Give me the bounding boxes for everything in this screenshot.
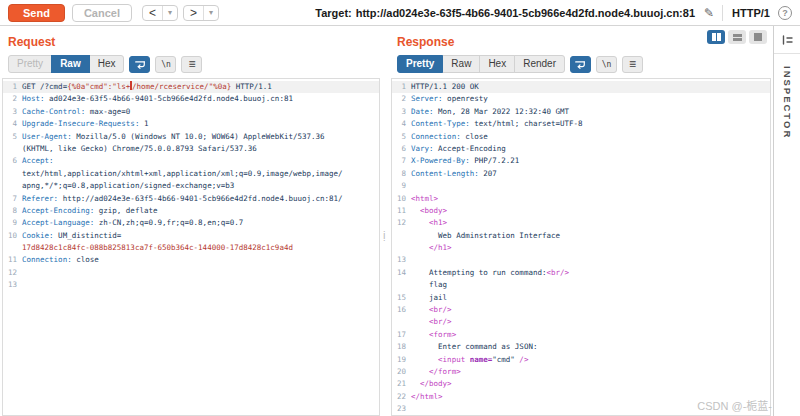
splitter-grip-icon: ⁞⁞ bbox=[383, 234, 386, 240]
help-icon[interactable]: ? bbox=[778, 6, 792, 20]
code-row[interactable]: 5Connection: close bbox=[392, 131, 770, 143]
request-panel-title: Request bbox=[0, 26, 382, 49]
code-row[interactable]: 10<html> bbox=[392, 193, 770, 205]
next-request-chevron-down-icon[interactable]: ▾ bbox=[203, 6, 218, 20]
code-row[interactable]: 5User-Agent: Mozilla/5.0 (Windows NT 10.… bbox=[3, 131, 379, 143]
code-row[interactable]: 1HTTP/1.1 200 OK bbox=[392, 81, 770, 93]
code-row[interactable]: 13 bbox=[3, 279, 379, 291]
code-row[interactable]: 4Upgrade-Insecure-Requests: 1 bbox=[3, 118, 379, 130]
prev-request-button[interactable]: < bbox=[143, 6, 162, 20]
layout-columns-icon[interactable] bbox=[707, 30, 725, 44]
code-row[interactable]: 21 </body> bbox=[392, 378, 770, 390]
code-row[interactable]: 18 Enter command as JSON: bbox=[392, 341, 770, 353]
line-number: 19 bbox=[392, 354, 406, 366]
code-row[interactable]: apng,*/*;q=0.8,application/signed-exchan… bbox=[3, 180, 379, 192]
code-row[interactable]: 3Date: Mon, 28 Mar 2022 12:32:40 GMT bbox=[392, 106, 770, 118]
response-show-newlines-icon[interactable]: \n bbox=[596, 56, 617, 73]
code-row[interactable]: Web Adminstration Interface bbox=[392, 230, 770, 242]
code-row[interactable]: 16 <br/> bbox=[392, 304, 770, 316]
code-row[interactable]: 4Content-Type: text/html; charset=UTF-8 bbox=[392, 118, 770, 130]
send-button[interactable]: Send bbox=[8, 4, 65, 22]
inspector-sidebar[interactable]: INSPECTOR bbox=[773, 26, 800, 416]
code-row[interactable]: flag bbox=[392, 279, 770, 291]
response-editor[interactable]: 1HTTP/1.1 200 OK2Server: openresty3Date:… bbox=[391, 78, 771, 416]
edit-target-pencil-icon[interactable]: ✎ bbox=[704, 6, 714, 20]
code-row[interactable]: 11Connection: close bbox=[3, 254, 379, 266]
code-row[interactable]: 19 <input name="cmd" /> bbox=[392, 354, 770, 366]
request-menu-hamburger-icon[interactable]: ≡ bbox=[181, 56, 202, 73]
request-tab-pretty[interactable]: Pretty bbox=[8, 55, 52, 73]
request-tab-hex[interactable]: Hex bbox=[89, 55, 125, 73]
line-number bbox=[392, 230, 406, 242]
cancel-button[interactable]: Cancel bbox=[72, 4, 132, 22]
code-row[interactable]: 9 bbox=[392, 180, 770, 192]
code-row[interactable]: 20 </form> bbox=[392, 366, 770, 378]
line-number: 4 bbox=[392, 118, 406, 130]
line-number: 3 bbox=[3, 106, 17, 118]
line-number: 7 bbox=[392, 155, 406, 167]
code-row[interactable]: 12 bbox=[3, 267, 379, 279]
line-number: 16 bbox=[392, 304, 406, 316]
next-request-button[interactable]: > bbox=[184, 6, 203, 20]
line-number: 8 bbox=[392, 168, 406, 180]
response-menu-hamburger-icon[interactable]: ≡ bbox=[622, 56, 643, 73]
code-row[interactable]: 6Vary: Accept-Encoding bbox=[392, 143, 770, 155]
response-tab-pretty[interactable]: Pretty bbox=[397, 55, 443, 73]
request-tab-raw[interactable]: Raw bbox=[51, 55, 90, 73]
message-editor-area: Request Pretty Raw Hex \n ≡ 1GET /?cmd={… bbox=[0, 26, 800, 416]
code-row[interactable]: 13 bbox=[392, 254, 770, 266]
line-number: 5 bbox=[392, 131, 406, 143]
code-row[interactable]: 1GET /?cmd={%0a"cmd":"ls+/home/rceservic… bbox=[3, 81, 379, 93]
request-word-wrap-icon[interactable] bbox=[129, 56, 150, 73]
code-row[interactable]: 12 <h1> bbox=[392, 217, 770, 229]
line-number: 9 bbox=[392, 180, 406, 192]
response-tab-render[interactable]: Render bbox=[514, 55, 565, 73]
response-tab-row: Pretty Raw Hex Render \n ≡ bbox=[397, 55, 773, 73]
line-number: 6 bbox=[392, 143, 406, 155]
code-row[interactable]: 10Cookie: UM_distinctid= bbox=[3, 230, 379, 242]
code-row[interactable]: 8Content-Length: 207 bbox=[392, 168, 770, 180]
response-word-wrap-icon[interactable] bbox=[570, 56, 591, 73]
code-row[interactable]: 7Referer: http://ad024e3e-63f5-4b66-9401… bbox=[3, 193, 379, 205]
response-tab-hex[interactable]: Hex bbox=[479, 55, 515, 73]
inspector-collapse-icon[interactable] bbox=[774, 26, 800, 54]
line-number: 5 bbox=[3, 131, 17, 143]
toolbar-divider bbox=[722, 5, 723, 21]
layout-single-icon[interactable] bbox=[749, 30, 767, 44]
line-number: 14 bbox=[392, 267, 406, 279]
code-row[interactable]: 14 Attempting to run command:<br/> bbox=[392, 267, 770, 279]
line-number: 11 bbox=[392, 205, 406, 217]
watermark-text: CSDN @-栀蓝- bbox=[697, 397, 772, 413]
code-row[interactable]: 3Cache-Control: max-age=0 bbox=[3, 106, 379, 118]
code-row[interactable]: <br/> bbox=[392, 316, 770, 328]
code-row[interactable]: text/html,application/xhtml+xml,applicat… bbox=[3, 168, 379, 180]
request-show-newlines-icon[interactable]: \n bbox=[155, 56, 176, 73]
panel-splitter[interactable]: ⁞⁞ bbox=[382, 26, 389, 416]
request-editor[interactable]: 1GET /?cmd={%0a"cmd":"ls+/home/rceservic… bbox=[2, 78, 380, 416]
line-number: 15 bbox=[392, 292, 406, 304]
code-row[interactable]: 11 <body> bbox=[392, 205, 770, 217]
code-row[interactable]: 2Server: openresty bbox=[392, 93, 770, 105]
layout-rows-icon[interactable] bbox=[728, 30, 746, 44]
code-row[interactable]: 7X-Powered-By: PHP/7.2.21 bbox=[392, 155, 770, 167]
code-row[interactable]: 17 <form> bbox=[392, 329, 770, 341]
layout-toggle-group bbox=[704, 30, 767, 44]
code-row[interactable]: 9Accept-Language: zh-CN,zh;q=0.9,fr;q=0.… bbox=[3, 217, 379, 229]
line-number: 12 bbox=[392, 217, 406, 229]
code-row[interactable]: 2Host: ad024e3e-63f5-4b66-9401-5cb966e4d… bbox=[3, 93, 379, 105]
code-row[interactable]: 6Accept: bbox=[3, 155, 379, 167]
response-tab-raw[interactable]: Raw bbox=[442, 55, 480, 73]
line-number: 18 bbox=[392, 341, 406, 353]
line-number bbox=[392, 316, 406, 328]
code-row[interactable]: 15 jail bbox=[392, 292, 770, 304]
code-row[interactable]: </h1> bbox=[392, 242, 770, 254]
line-number: 1 bbox=[392, 81, 406, 93]
target-cluster: Target: http://ad024e3e-63f5-4b66-9401-5… bbox=[315, 5, 792, 21]
line-number: 2 bbox=[392, 93, 406, 105]
code-row[interactable]: 17d8428c1c84fc-088b825813ca7f-650b364c-1… bbox=[3, 242, 379, 254]
prev-request-chevron-down-icon[interactable]: ▾ bbox=[162, 6, 177, 20]
line-number: 7 bbox=[3, 193, 17, 205]
line-number: 8 bbox=[3, 205, 17, 217]
code-row[interactable]: (KHTML, like Gecko) Chrome/75.0.0.8793 S… bbox=[3, 143, 379, 155]
code-row[interactable]: 8Accept-Encoding: gzip, deflate bbox=[3, 205, 379, 217]
